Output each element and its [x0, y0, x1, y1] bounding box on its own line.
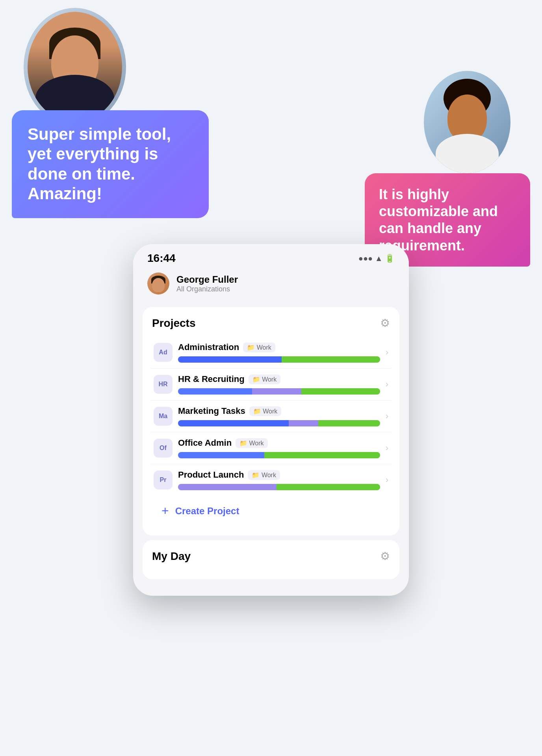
bar-segment — [178, 452, 264, 458]
project-top: Office Admin📁 Work — [178, 438, 380, 448]
status-bar: 16:44 ●●● ▲ 🔋 — [133, 244, 409, 269]
bar-segment — [264, 452, 380, 458]
bubble-pink-text: It is highly customizable and can handle… — [379, 186, 516, 254]
create-project-label: Create Project — [175, 506, 239, 517]
project-name: Administration — [178, 342, 239, 352]
bar-segment — [282, 356, 380, 363]
project-tag: 📁 Work — [243, 343, 275, 352]
chevron-right-icon: › — [386, 411, 388, 421]
section-header: Projects ⚙ — [150, 317, 392, 330]
project-tag: 📁 Work — [249, 406, 281, 416]
my-day-header: My Day ⚙ — [150, 550, 392, 563]
project-tag: 📁 Work — [236, 438, 267, 448]
phone-mockup: 16:44 ●●● ▲ 🔋 George Fuller All Organiza… — [133, 244, 409, 596]
project-name: Office Admin — [178, 438, 232, 448]
user-name: George Fuller — [176, 274, 238, 285]
user-info: George Fuller All Organizations — [176, 274, 238, 293]
project-tag: 📁 Work — [249, 374, 280, 384]
avatar-female — [424, 71, 510, 173]
bar-segment — [289, 420, 318, 426]
project-top: Product Launch📁 Work — [178, 470, 380, 480]
plus-icon: + — [161, 504, 169, 518]
project-name: HR & Recruiting — [178, 374, 245, 384]
my-day-gear-icon[interactable]: ⚙ — [380, 550, 390, 563]
status-time: 16:44 — [147, 252, 176, 265]
project-top: Marketing Tasks📁 Work — [178, 406, 380, 416]
project-bar — [178, 420, 380, 426]
project-tag: 📁 Work — [248, 470, 280, 480]
project-badge: HR — [154, 375, 173, 394]
chevron-right-icon: › — [386, 443, 388, 453]
project-item[interactable]: HRHR & Recruiting📁 Work› — [150, 369, 392, 400]
user-avatar-face — [152, 278, 165, 292]
project-item[interactable]: MaMarketing Tasks📁 Work› — [150, 400, 392, 432]
avatar-male — [24, 8, 126, 126]
project-badge: Ad — [154, 343, 173, 362]
project-badge: Ma — [154, 407, 173, 426]
bar-segment — [178, 388, 252, 395]
bar-segment — [178, 484, 277, 490]
project-badge: Of — [154, 439, 173, 458]
bubble-blue-text: Super simple tool, yet everything is don… — [28, 124, 193, 204]
project-top: HR & Recruiting📁 Work — [178, 374, 380, 384]
project-item[interactable]: AdAdministration📁 Work› — [150, 337, 392, 369]
body-female — [436, 134, 499, 173]
bubble-blue: Super simple tool, yet everything is don… — [12, 110, 209, 218]
status-icons: ●●● ▲ 🔋 — [358, 254, 395, 263]
project-content: Office Admin📁 Work — [178, 438, 380, 458]
project-badge: Pr — [154, 471, 173, 489]
bar-segment — [301, 388, 380, 395]
project-content: Marketing Tasks📁 Work — [178, 406, 380, 426]
my-day-section: My Day ⚙ — [143, 540, 399, 579]
project-content: Administration📁 Work — [178, 342, 380, 363]
project-list: AdAdministration📁 Work›HRHR & Recruiting… — [150, 337, 392, 496]
project-name: Product Launch — [178, 470, 244, 480]
project-bar — [178, 356, 380, 363]
project-bar — [178, 388, 380, 395]
project-item[interactable]: OfOffice Admin📁 Work› — [150, 432, 392, 464]
user-avatar — [147, 272, 169, 295]
bar-segment — [318, 420, 380, 426]
project-item[interactable]: PrProduct Launch📁 Work› — [150, 464, 392, 496]
my-day-title: My Day — [152, 550, 191, 563]
bar-segment — [252, 388, 301, 395]
create-project-button[interactable]: + Create Project — [150, 496, 392, 526]
bar-segment — [178, 420, 289, 426]
chevron-right-icon: › — [386, 379, 388, 389]
project-name: Marketing Tasks — [178, 406, 245, 416]
project-top: Administration📁 Work — [178, 342, 380, 352]
project-bar — [178, 484, 380, 490]
chevron-right-icon: › — [386, 347, 388, 358]
user-header: George Fuller All Organizations — [133, 269, 409, 302]
bar-segment — [277, 484, 380, 490]
user-org: All Organizations — [176, 285, 238, 293]
chevron-right-icon: › — [386, 475, 388, 485]
project-content: HR & Recruiting📁 Work — [178, 374, 380, 395]
project-bar — [178, 452, 380, 458]
project-content: Product Launch📁 Work — [178, 470, 380, 490]
bar-segment — [178, 356, 282, 363]
gear-icon[interactable]: ⚙ — [380, 317, 390, 330]
projects-title: Projects — [152, 317, 196, 330]
projects-section: Projects ⚙ AdAdministration📁 Work›HRHR &… — [143, 307, 399, 536]
